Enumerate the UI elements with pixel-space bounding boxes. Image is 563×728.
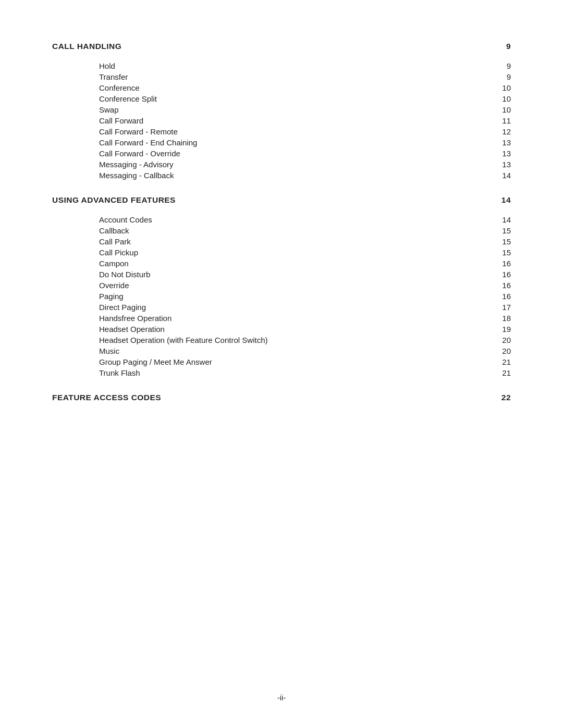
toc-item: Group Paging / Meet Me Answer21 [99, 356, 511, 367]
toc-item: Headset Operation (with Feature Control … [99, 335, 511, 346]
toc-item: Direct Paging17 [99, 302, 511, 313]
toc-item-label: Call Park [99, 237, 495, 246]
toc-item-page: 10 [495, 94, 511, 103]
toc-item: Messaging - Advisory13 [99, 159, 511, 170]
page: CALL HANDLING9Hold9Transfer9Conference10… [0, 0, 563, 728]
section-heading-page-using-advanced-features: 14 [501, 195, 511, 205]
toc-item-label: Transfer [99, 72, 495, 81]
section-heading-label-call-handling: CALL HANDLING [52, 42, 121, 51]
section-heading-page-call-handling: 9 [506, 42, 511, 51]
toc-item-page: 16 [495, 270, 511, 279]
toc-item-label: Hold [99, 61, 495, 70]
toc-item: Paging16 [99, 291, 511, 302]
toc-item-page: 14 [495, 171, 511, 180]
toc-item: Campon16 [99, 258, 511, 269]
toc-item-label: Call Pickup [99, 248, 495, 257]
toc-item: Call Forward11 [99, 115, 511, 126]
toc-item-label: Call Forward - Override [99, 149, 495, 158]
toc-item-label: Headset Operation (with Feature Control … [99, 336, 495, 344]
toc-item-page: 15 [495, 226, 511, 235]
page-footer: -ii- [0, 693, 563, 702]
toc-item: Call Forward - Remote12 [99, 126, 511, 137]
toc-item-page: 15 [495, 248, 511, 257]
toc-item-label: Group Paging / Meet Me Answer [99, 357, 495, 366]
toc-item-page: 13 [495, 149, 511, 158]
toc-item-page: 21 [495, 368, 511, 377]
toc-item-page: 16 [495, 281, 511, 290]
section-feature-access-codes: FEATURE ACCESS CODES22 [52, 393, 511, 402]
toc-item-label: Call Forward [99, 116, 495, 125]
toc-item-label: Call Forward - Remote [99, 127, 495, 136]
toc-item-page: 20 [495, 347, 511, 355]
toc-item-label: Headset Operation [99, 325, 495, 334]
toc-item-page: 17 [495, 303, 511, 312]
toc-item: Account Codes14 [99, 214, 511, 225]
toc-item-page: 12 [495, 127, 511, 136]
toc-item: Call Park15 [99, 236, 511, 247]
toc-item: Conference Split10 [99, 93, 511, 104]
toc-list-call-handling: Hold9Transfer9Conference10Conference Spl… [99, 60, 511, 181]
toc-item: Music20 [99, 346, 511, 356]
toc-item: Do Not Disturb16 [99, 269, 511, 280]
toc-item: Headset Operation19 [99, 324, 511, 335]
toc-item: Trunk Flash21 [99, 367, 511, 378]
toc-item-label: Call Forward - End Chaining [99, 138, 495, 147]
section-heading-label-feature-access-codes: FEATURE ACCESS CODES [52, 393, 161, 402]
section-call-handling: CALL HANDLING9Hold9Transfer9Conference10… [52, 42, 511, 181]
toc-item-label: Messaging - Callback [99, 171, 495, 180]
toc-item: Call Forward - End Chaining13 [99, 137, 511, 148]
section-heading-feature-access-codes: FEATURE ACCESS CODES22 [52, 393, 511, 402]
toc-item-page: 16 [495, 259, 511, 268]
toc-item-label: Account Codes [99, 215, 495, 224]
toc-item-page: 16 [495, 292, 511, 301]
toc-item: Override16 [99, 280, 511, 291]
toc-item: Messaging - Callback14 [99, 170, 511, 181]
toc-item-page: 14 [495, 215, 511, 224]
toc-item-page: 11 [495, 116, 511, 125]
toc-item-page: 13 [495, 138, 511, 147]
toc-item-page: 18 [495, 314, 511, 323]
toc-item-page: 13 [495, 160, 511, 169]
toc-item: Swap10 [99, 104, 511, 115]
toc-item: Call Forward - Override13 [99, 148, 511, 159]
toc-item-label: Direct Paging [99, 303, 495, 312]
toc-item-label: Campon [99, 259, 495, 268]
section-using-advanced-features: USING ADVANCED FEATURES14Account Codes14… [52, 195, 511, 378]
toc-item-label: Paging [99, 292, 495, 301]
toc-item-label: Messaging - Advisory [99, 160, 495, 169]
toc-item: Callback15 [99, 225, 511, 236]
page-number: -ii- [277, 693, 286, 702]
toc-item-label: Conference [99, 83, 495, 92]
toc-item-label: Swap [99, 105, 495, 114]
section-heading-page-feature-access-codes: 22 [501, 393, 511, 402]
toc-item-label: Music [99, 347, 495, 355]
toc-item-label: Trunk Flash [99, 368, 495, 377]
section-heading-call-handling: CALL HANDLING9 [52, 42, 511, 51]
toc-item-label: Handsfree Operation [99, 314, 495, 323]
toc-item-page: 19 [495, 325, 511, 334]
toc-item-label: Do Not Disturb [99, 270, 495, 279]
toc-item-page: 20 [495, 336, 511, 344]
toc-item-page: 15 [495, 237, 511, 246]
toc-item: Hold9 [99, 60, 511, 71]
toc-item-page: 9 [495, 72, 511, 81]
toc-item: Handsfree Operation18 [99, 313, 511, 324]
toc-item-label: Callback [99, 226, 495, 235]
toc-item: Conference10 [99, 82, 511, 93]
toc-item-page: 10 [495, 83, 511, 92]
toc-item: Transfer9 [99, 71, 511, 82]
toc-list-using-advanced-features: Account Codes14Callback15Call Park15Call… [99, 214, 511, 378]
toc-item-label: Conference Split [99, 94, 495, 103]
toc-item-page: 9 [495, 61, 511, 70]
section-heading-using-advanced-features: USING ADVANCED FEATURES14 [52, 195, 511, 205]
toc-item-label: Override [99, 281, 495, 290]
toc-item: Call Pickup15 [99, 247, 511, 258]
section-heading-label-using-advanced-features: USING ADVANCED FEATURES [52, 195, 176, 205]
toc-item-page: 10 [495, 105, 511, 114]
toc-item-page: 21 [495, 357, 511, 366]
